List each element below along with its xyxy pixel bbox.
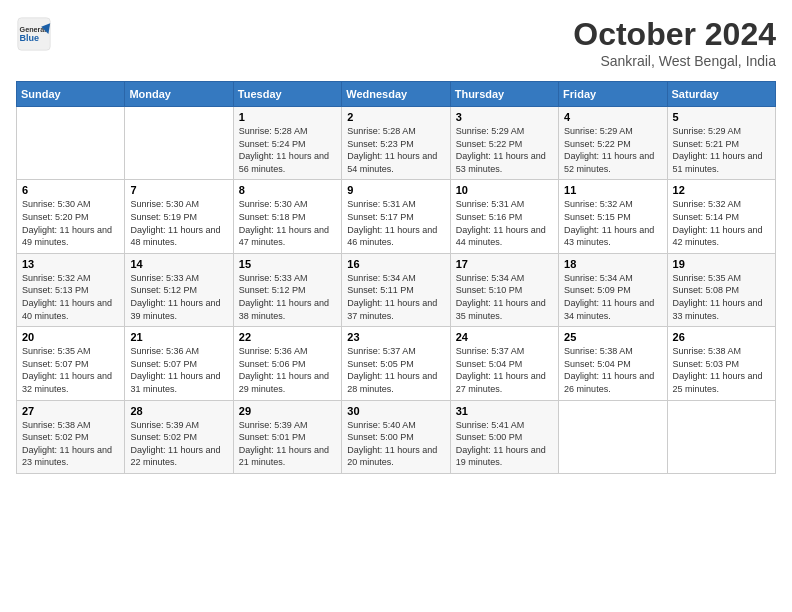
calendar-header-row: SundayMondayTuesdayWednesdayThursdayFrid… <box>17 82 776 107</box>
calendar-cell: 30Sunrise: 5:40 AMSunset: 5:00 PMDayligh… <box>342 400 450 473</box>
day-number: 11 <box>564 184 661 196</box>
calendar-cell: 26Sunrise: 5:38 AMSunset: 5:03 PMDayligh… <box>667 327 775 400</box>
day-number: 30 <box>347 405 444 417</box>
calendar-cell: 12Sunrise: 5:32 AMSunset: 5:14 PMDayligh… <box>667 180 775 253</box>
day-number: 1 <box>239 111 336 123</box>
calendar-cell <box>125 107 233 180</box>
day-info: Sunrise: 5:36 AMSunset: 5:06 PMDaylight:… <box>239 345 336 395</box>
weekday-header-sunday: Sunday <box>17 82 125 107</box>
logo-icon: General Blue <box>16 16 52 52</box>
day-number: 24 <box>456 331 553 343</box>
svg-text:Blue: Blue <box>20 33 40 43</box>
day-number: 7 <box>130 184 227 196</box>
calendar-cell: 7Sunrise: 5:30 AMSunset: 5:19 PMDaylight… <box>125 180 233 253</box>
calendar-cell: 18Sunrise: 5:34 AMSunset: 5:09 PMDayligh… <box>559 253 667 326</box>
day-info: Sunrise: 5:36 AMSunset: 5:07 PMDaylight:… <box>130 345 227 395</box>
day-number: 27 <box>22 405 119 417</box>
calendar-cell: 9Sunrise: 5:31 AMSunset: 5:17 PMDaylight… <box>342 180 450 253</box>
calendar-cell: 10Sunrise: 5:31 AMSunset: 5:16 PMDayligh… <box>450 180 558 253</box>
calendar-cell: 22Sunrise: 5:36 AMSunset: 5:06 PMDayligh… <box>233 327 341 400</box>
day-info: Sunrise: 5:30 AMSunset: 5:20 PMDaylight:… <box>22 198 119 248</box>
page-header: General Blue October 2024 Sankrail, West… <box>16 16 776 69</box>
calendar-cell: 11Sunrise: 5:32 AMSunset: 5:15 PMDayligh… <box>559 180 667 253</box>
logo: General Blue <box>16 16 56 52</box>
calendar-week-4: 20Sunrise: 5:35 AMSunset: 5:07 PMDayligh… <box>17 327 776 400</box>
day-info: Sunrise: 5:40 AMSunset: 5:00 PMDaylight:… <box>347 419 444 469</box>
calendar-cell: 28Sunrise: 5:39 AMSunset: 5:02 PMDayligh… <box>125 400 233 473</box>
calendar-cell: 17Sunrise: 5:34 AMSunset: 5:10 PMDayligh… <box>450 253 558 326</box>
calendar-week-3: 13Sunrise: 5:32 AMSunset: 5:13 PMDayligh… <box>17 253 776 326</box>
calendar-cell: 27Sunrise: 5:38 AMSunset: 5:02 PMDayligh… <box>17 400 125 473</box>
day-number: 22 <box>239 331 336 343</box>
day-number: 28 <box>130 405 227 417</box>
day-number: 23 <box>347 331 444 343</box>
day-info: Sunrise: 5:39 AMSunset: 5:02 PMDaylight:… <box>130 419 227 469</box>
day-number: 14 <box>130 258 227 270</box>
day-number: 18 <box>564 258 661 270</box>
day-info: Sunrise: 5:38 AMSunset: 5:03 PMDaylight:… <box>673 345 770 395</box>
day-number: 15 <box>239 258 336 270</box>
day-number: 16 <box>347 258 444 270</box>
calendar-body: 1Sunrise: 5:28 AMSunset: 5:24 PMDaylight… <box>17 107 776 474</box>
calendar-cell: 2Sunrise: 5:28 AMSunset: 5:23 PMDaylight… <box>342 107 450 180</box>
day-number: 12 <box>673 184 770 196</box>
calendar-cell: 5Sunrise: 5:29 AMSunset: 5:21 PMDaylight… <box>667 107 775 180</box>
calendar-cell: 3Sunrise: 5:29 AMSunset: 5:22 PMDaylight… <box>450 107 558 180</box>
calendar-cell: 16Sunrise: 5:34 AMSunset: 5:11 PMDayligh… <box>342 253 450 326</box>
day-info: Sunrise: 5:34 AMSunset: 5:09 PMDaylight:… <box>564 272 661 322</box>
weekday-header-saturday: Saturday <box>667 82 775 107</box>
day-number: 19 <box>673 258 770 270</box>
day-number: 25 <box>564 331 661 343</box>
calendar-cell: 25Sunrise: 5:38 AMSunset: 5:04 PMDayligh… <box>559 327 667 400</box>
calendar-cell: 4Sunrise: 5:29 AMSunset: 5:22 PMDaylight… <box>559 107 667 180</box>
day-info: Sunrise: 5:32 AMSunset: 5:14 PMDaylight:… <box>673 198 770 248</box>
calendar-cell: 23Sunrise: 5:37 AMSunset: 5:05 PMDayligh… <box>342 327 450 400</box>
weekday-header-friday: Friday <box>559 82 667 107</box>
calendar-week-2: 6Sunrise: 5:30 AMSunset: 5:20 PMDaylight… <box>17 180 776 253</box>
day-number: 26 <box>673 331 770 343</box>
weekday-header-tuesday: Tuesday <box>233 82 341 107</box>
day-info: Sunrise: 5:31 AMSunset: 5:17 PMDaylight:… <box>347 198 444 248</box>
day-info: Sunrise: 5:34 AMSunset: 5:11 PMDaylight:… <box>347 272 444 322</box>
title-block: October 2024 Sankrail, West Bengal, Indi… <box>573 16 776 69</box>
day-info: Sunrise: 5:38 AMSunset: 5:02 PMDaylight:… <box>22 419 119 469</box>
day-info: Sunrise: 5:29 AMSunset: 5:22 PMDaylight:… <box>456 125 553 175</box>
day-info: Sunrise: 5:31 AMSunset: 5:16 PMDaylight:… <box>456 198 553 248</box>
day-info: Sunrise: 5:33 AMSunset: 5:12 PMDaylight:… <box>130 272 227 322</box>
day-number: 4 <box>564 111 661 123</box>
day-info: Sunrise: 5:35 AMSunset: 5:07 PMDaylight:… <box>22 345 119 395</box>
day-number: 3 <box>456 111 553 123</box>
day-info: Sunrise: 5:37 AMSunset: 5:05 PMDaylight:… <box>347 345 444 395</box>
day-number: 31 <box>456 405 553 417</box>
day-info: Sunrise: 5:29 AMSunset: 5:21 PMDaylight:… <box>673 125 770 175</box>
day-info: Sunrise: 5:33 AMSunset: 5:12 PMDaylight:… <box>239 272 336 322</box>
day-info: Sunrise: 5:35 AMSunset: 5:08 PMDaylight:… <box>673 272 770 322</box>
day-number: 13 <box>22 258 119 270</box>
day-info: Sunrise: 5:41 AMSunset: 5:00 PMDaylight:… <box>456 419 553 469</box>
day-number: 20 <box>22 331 119 343</box>
day-info: Sunrise: 5:34 AMSunset: 5:10 PMDaylight:… <box>456 272 553 322</box>
weekday-header-monday: Monday <box>125 82 233 107</box>
calendar-cell: 24Sunrise: 5:37 AMSunset: 5:04 PMDayligh… <box>450 327 558 400</box>
weekday-header-thursday: Thursday <box>450 82 558 107</box>
day-info: Sunrise: 5:39 AMSunset: 5:01 PMDaylight:… <box>239 419 336 469</box>
calendar-table: SundayMondayTuesdayWednesdayThursdayFrid… <box>16 81 776 474</box>
day-info: Sunrise: 5:32 AMSunset: 5:15 PMDaylight:… <box>564 198 661 248</box>
calendar-cell <box>667 400 775 473</box>
calendar-cell <box>559 400 667 473</box>
day-number: 6 <box>22 184 119 196</box>
calendar-cell: 14Sunrise: 5:33 AMSunset: 5:12 PMDayligh… <box>125 253 233 326</box>
day-number: 21 <box>130 331 227 343</box>
day-info: Sunrise: 5:32 AMSunset: 5:13 PMDaylight:… <box>22 272 119 322</box>
day-number: 17 <box>456 258 553 270</box>
calendar-cell: 6Sunrise: 5:30 AMSunset: 5:20 PMDaylight… <box>17 180 125 253</box>
day-info: Sunrise: 5:30 AMSunset: 5:19 PMDaylight:… <box>130 198 227 248</box>
calendar-cell: 29Sunrise: 5:39 AMSunset: 5:01 PMDayligh… <box>233 400 341 473</box>
day-number: 10 <box>456 184 553 196</box>
day-info: Sunrise: 5:28 AMSunset: 5:24 PMDaylight:… <box>239 125 336 175</box>
day-info: Sunrise: 5:38 AMSunset: 5:04 PMDaylight:… <box>564 345 661 395</box>
day-number: 29 <box>239 405 336 417</box>
day-number: 2 <box>347 111 444 123</box>
calendar-cell: 21Sunrise: 5:36 AMSunset: 5:07 PMDayligh… <box>125 327 233 400</box>
day-info: Sunrise: 5:29 AMSunset: 5:22 PMDaylight:… <box>564 125 661 175</box>
